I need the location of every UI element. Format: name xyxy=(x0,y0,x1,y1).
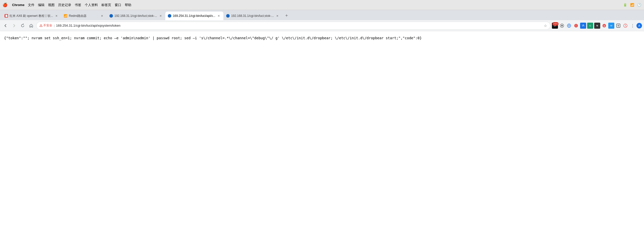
tab-4-favicon xyxy=(168,14,171,18)
tab-4-title: 169.254.31.1/cgi-bin/luci/api/x... xyxy=(173,14,215,18)
ext-1-badge: 1624 xyxy=(552,22,558,26)
apple-menu[interactable]: 🍎 xyxy=(3,3,8,7)
security-text: 不安全 xyxy=(43,23,52,28)
menubar-edit[interactable]: 编辑 xyxy=(38,3,45,7)
tab-2-favicon: 📶 xyxy=(64,14,67,18)
ext-4-icon[interactable]: O xyxy=(573,23,579,29)
tab-1[interactable]: 📄 红米 AX6 刷 openwrt 教程丨软... ✕ xyxy=(2,12,61,20)
ext-11-icon[interactable] xyxy=(622,23,628,29)
menubar-view[interactable]: 视图 xyxy=(48,3,55,7)
battery-icon: 🔋 xyxy=(623,3,627,7)
security-warning: ! 不安全 xyxy=(39,23,52,28)
menubar-file[interactable]: 文件 xyxy=(28,3,34,7)
address-separator: | xyxy=(54,24,55,27)
tab-3-close[interactable]: ✕ xyxy=(158,14,163,18)
back-button[interactable] xyxy=(2,22,9,29)
ext-1-icon[interactable]: IA 1624 xyxy=(552,23,558,29)
menubar-tabs[interactable]: 标签页 xyxy=(101,3,111,7)
new-tab-button[interactable]: + xyxy=(283,12,290,19)
refresh-button[interactable] xyxy=(19,22,26,29)
tab-5-title: 192.168.31.1/cgi-bin/luci;stok-... xyxy=(231,14,274,18)
tab-3[interactable]: 192.168.31.1/cgi-bin/luci;stok-... ✕ xyxy=(107,12,165,20)
tab-1-title: 红米 AX6 刷 openwrt 教程丨软... xyxy=(10,14,53,18)
forward-button[interactable] xyxy=(11,22,18,29)
navbar: ! 不安全 | ☆ IA 1624 O IA G N ● W xyxy=(0,20,644,31)
ext-12-icon[interactable]: ⋮ xyxy=(629,23,635,29)
tab-4[interactable]: 169.254.31.1/cgi-bin/luci/api/x... ✕ xyxy=(165,12,223,20)
tab-3-favicon xyxy=(109,14,113,18)
menubar-profiles[interactable]: 个人资料 xyxy=(85,3,98,7)
tab-3-title: 192.168.31.1/cgi-bin/luci;stok-... xyxy=(114,14,157,18)
tab-2-title: Redmi路由器 xyxy=(69,14,99,18)
menubar-chrome[interactable]: Chrome xyxy=(12,3,24,7)
ext-5-icon[interactable]: IA xyxy=(580,23,586,29)
tab-5[interactable]: 192.168.31.1/cgi-bin/luci;stok-... ✕ xyxy=(224,12,282,20)
ext-10-icon[interactable] xyxy=(615,23,621,29)
wifi-icon: 📶 xyxy=(630,3,634,7)
menubar-bookmarks[interactable]: 书签 xyxy=(75,3,81,7)
svg-text:●: ● xyxy=(603,25,605,27)
extension-icons: IA 1624 O IA G N ● W ⋮ A xyxy=(552,23,642,29)
menubar-history[interactable]: 历史记录 xyxy=(58,3,71,7)
bookmark-icon[interactable]: ☆ xyxy=(544,24,547,28)
menubar-help[interactable]: 帮助 xyxy=(125,3,131,7)
page-content: {"token":""; nvram set ssh_en=1; nvram c… xyxy=(0,31,644,45)
tab-1-favicon: 📄 xyxy=(5,14,8,18)
home-button[interactable] xyxy=(28,22,35,29)
tabbar: 📄 红米 AX6 刷 openwrt 教程丨软... ✕ 📶 Redmi路由器 … xyxy=(0,10,644,20)
menubar: 🍎 Chrome 文件 编辑 视图 历史记录 书签 个人资料 标签页 窗口 帮助… xyxy=(0,0,644,10)
address-bar[interactable]: ! 不安全 | ☆ xyxy=(36,22,550,30)
svg-text:!: ! xyxy=(41,25,41,27)
ext-7-icon[interactable]: N xyxy=(594,23,600,29)
ext-8-icon[interactable]: ● xyxy=(601,23,607,29)
tab-2[interactable]: 📶 Redmi路由器 ✕ xyxy=(61,12,107,20)
svg-point-2 xyxy=(561,25,563,26)
page-text: {"token":""; nvram set ssh_en=1; nvram c… xyxy=(4,36,422,40)
ext-9-icon[interactable]: W xyxy=(608,23,614,29)
menubar-window[interactable]: 窗口 xyxy=(115,3,121,7)
profile-icon[interactable]: A xyxy=(636,23,642,28)
tab-1-close[interactable]: ✕ xyxy=(55,14,59,18)
clock: 🕐 xyxy=(637,3,641,7)
ext-3-icon[interactable] xyxy=(566,23,572,29)
address-input[interactable] xyxy=(56,24,542,27)
tab-5-close[interactable]: ✕ xyxy=(275,14,279,18)
tab-2-close[interactable]: ✕ xyxy=(100,14,104,18)
tab-5-favicon xyxy=(226,14,230,18)
ext-6-icon[interactable]: G xyxy=(587,23,593,29)
tab-4-close[interactable]: ✕ xyxy=(217,14,221,18)
svg-text:O: O xyxy=(575,24,577,27)
ext-2-icon[interactable] xyxy=(559,23,565,29)
menubar-system-icons: 🔋 📶 🕐 xyxy=(623,3,641,7)
